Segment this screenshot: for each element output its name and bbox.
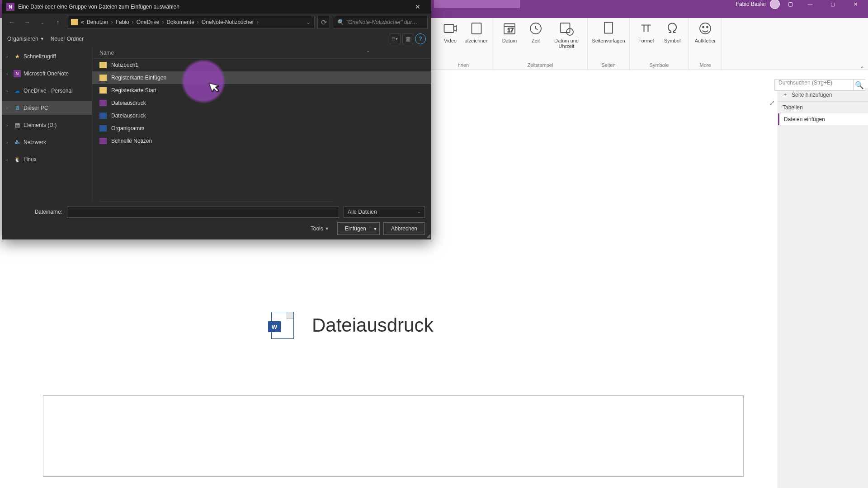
file-row[interactable]: Dateiausdruck xyxy=(92,97,431,109)
folder-icon xyxy=(99,62,107,68)
user-account[interactable]: Fabio Basler xyxy=(736,0,780,9)
ribbon-group-seiten: Seiten xyxy=(601,62,615,70)
search-button[interactable]: 🔍 xyxy=(854,79,865,91)
tree-onedrive[interactable]: ›☁OneDrive - Personal xyxy=(2,84,92,98)
printout-frame xyxy=(43,395,744,477)
network-icon: 🖧 xyxy=(14,139,21,146)
tree-linux[interactable]: ›🐧Linux xyxy=(2,153,92,166)
ribbon-datum-uhrzeit[interactable]: Datum und Uhrzeit xyxy=(550,20,583,49)
file-row[interactable]: Organigramm xyxy=(92,122,431,135)
chevron-down-icon: ⌄ xyxy=(417,210,421,214)
col-name: Name xyxy=(99,50,114,56)
view-list-button[interactable]: ≡▼ xyxy=(390,33,401,44)
file-list: Name ⌃ Notizbuch1 Registerkarte Einfügen… xyxy=(92,47,431,202)
ribbon-video[interactable]: Video xyxy=(439,20,462,43)
resize-grip-icon[interactable]: ◢ xyxy=(426,232,430,239)
pc-icon: 🖥 xyxy=(14,104,21,112)
svg-rect-0 xyxy=(444,24,454,33)
file-row[interactable]: Registerkarte Einfügen xyxy=(92,71,431,84)
pi-icon xyxy=(638,20,654,37)
document-title: Dateiausdruck xyxy=(312,314,433,336)
file-open-dialog: N Eine Datei oder eine Gruppe von Dateie… xyxy=(2,0,431,239)
tree-network[interactable]: ›🖧Netzwerk xyxy=(2,136,92,149)
close-button[interactable]: ✕ xyxy=(846,0,864,8)
word-file-icon xyxy=(99,125,107,131)
onenote-file-icon xyxy=(99,138,107,144)
ribbon-zeit[interactable]: Zeit xyxy=(524,20,547,43)
template-icon xyxy=(600,20,617,37)
folder-icon xyxy=(99,75,107,81)
linux-icon: 🐧 xyxy=(14,156,21,163)
title-search-bar[interactable] xyxy=(434,0,520,8)
svg-rect-1 xyxy=(472,23,481,34)
ribbon-symbol[interactable]: Symbol xyxy=(660,20,684,43)
organize-button[interactable]: Organisieren▼ xyxy=(7,36,44,42)
file-row[interactable]: Notizbuch1 xyxy=(92,59,431,71)
onenote-app-icon: N xyxy=(6,3,14,11)
chevron-down-icon[interactable]: ▼ xyxy=(370,226,377,231)
help-button[interactable]: ? xyxy=(415,33,426,44)
nav-reload-button[interactable]: ⟳ xyxy=(317,16,330,28)
drive-icon: ▤ xyxy=(14,122,21,129)
bc-onedrive[interactable]: OneDrive xyxy=(137,19,160,25)
new-folder-button[interactable]: Neuer Ordner xyxy=(51,36,84,42)
folder-tree: ›★Schnellzugriff ›NMicrosoft OneNote ›☁O… xyxy=(2,47,92,202)
inserted-document[interactable]: W Dateiausdruck xyxy=(271,312,433,339)
ribbon-datum[interactable]: 17 Datum xyxy=(498,20,521,43)
file-row[interactable]: Dateiausdruck xyxy=(92,109,431,122)
page-panel: ＋ Seite hinzufügen Tabellen Dateien einf… xyxy=(778,88,868,488)
record-icon xyxy=(468,20,485,37)
ribbon-aufzeichnen[interactable]: ufzeichnen xyxy=(465,20,488,43)
sort-caret-icon[interactable]: ⌃ xyxy=(366,50,370,55)
file-type-select[interactable]: Alle Dateien⌄ xyxy=(344,206,425,218)
file-row[interactable]: Schnelle Notizen xyxy=(92,135,431,147)
tools-button[interactable]: Tools▼ xyxy=(311,225,329,232)
dialog-search-input[interactable]: 🔍 "OneNote-Notizbücher" dur… xyxy=(333,16,428,28)
nav-forward-button[interactable]: → xyxy=(21,16,33,28)
nav-up-button[interactable]: ↑ xyxy=(52,16,64,28)
page-search-input[interactable]: Durchsuchen (Strg+E) xyxy=(774,79,854,91)
file-row[interactable]: Registerkarte Start xyxy=(92,84,431,97)
svg-rect-8 xyxy=(604,23,613,33)
page-item-tabellen[interactable]: Tabellen xyxy=(778,102,868,113)
ribbon-group-zeitstempel: Zeitstempel xyxy=(528,62,553,70)
ribbon-aufkleber[interactable]: Aufkleber xyxy=(693,20,717,43)
tree-elements[interactable]: ›▤Elements (D:) xyxy=(2,118,92,132)
plus-icon: ＋ xyxy=(783,91,788,99)
nav-back-button[interactable]: ← xyxy=(5,16,18,28)
bc-fabio[interactable]: Fabio xyxy=(116,19,129,25)
tree-quickaccess[interactable]: ›★Schnellzugriff xyxy=(2,50,92,63)
bc-notizbuecher[interactable]: OneNote-Notizbücher xyxy=(202,19,254,25)
ribbon-display-icon[interactable]: ▢ xyxy=(788,1,793,7)
page-item-dateien[interactable]: Dateien einfügen xyxy=(778,113,868,125)
maximize-button[interactable]: ▢ xyxy=(824,0,842,8)
avatar xyxy=(770,0,780,9)
bc-dokumente[interactable]: Dokumente xyxy=(166,19,194,25)
cancel-button[interactable]: Abbrechen xyxy=(383,222,425,235)
onenote-icon: N xyxy=(14,70,21,77)
nav-recent-button[interactable]: ⌄ xyxy=(36,16,49,28)
tree-onenote[interactable]: ›NMicrosoft OneNote xyxy=(2,67,92,80)
dialog-title: Eine Datei oder eine Gruppe von Dateien … xyxy=(18,4,409,10)
search-icon: 🔍 xyxy=(337,19,344,25)
insert-button[interactable]: Einfügen▼ xyxy=(337,222,380,235)
ribbon-group-more: More xyxy=(699,62,711,70)
ribbon-formel[interactable]: Formel xyxy=(634,20,658,43)
dialog-close-button[interactable]: ✕ xyxy=(409,0,427,14)
breadcrumb-dropdown-icon[interactable]: ⌄ xyxy=(306,19,311,25)
svg-text:17: 17 xyxy=(508,27,514,33)
svg-point-10 xyxy=(703,27,704,28)
view-preview-button[interactable]: ▥ xyxy=(402,33,413,44)
minimize-button[interactable]: — xyxy=(801,0,819,8)
tree-thispc[interactable]: ›🖥Dieser PC xyxy=(2,101,92,115)
expand-icon[interactable]: ⤢ xyxy=(769,99,775,107)
folder-icon xyxy=(99,87,107,94)
collapse-ribbon-icon[interactable]: ⌃ xyxy=(860,66,864,72)
add-page-label: Seite hinzufügen xyxy=(792,92,832,98)
ribbon-seitenvorlagen[interactable]: Seitenvorlagen xyxy=(592,20,625,43)
breadcrumb[interactable]: « Benutzer› Fabio› OneDrive› Dokumente› … xyxy=(67,16,315,28)
list-header[interactable]: Name ⌃ xyxy=(92,47,431,59)
bc-benutzer[interactable]: Benutzer xyxy=(87,19,108,25)
word-file-icon xyxy=(99,113,107,119)
filename-input[interactable] xyxy=(67,206,339,218)
